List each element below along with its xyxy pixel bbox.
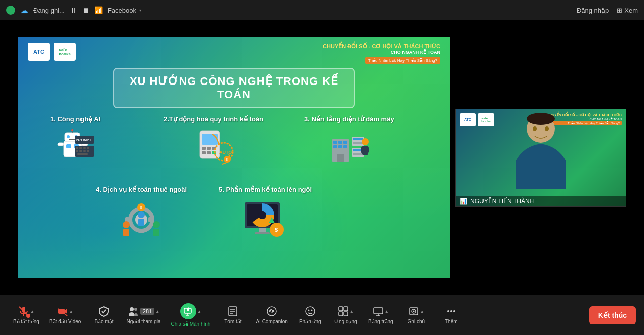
summary-icon <box>227 306 238 317</box>
signal-bars-icon: 📊 <box>460 198 467 205</box>
svg-point-114 <box>447 310 449 312</box>
slide-container: ATC safebooks CHUYỂN ĐỔI SỐ - CƠ HỘI VÀ … <box>18 37 450 278</box>
svg-rect-53 <box>366 147 369 153</box>
signal-icon: 📶 <box>94 6 103 14</box>
toolbar-whiteboard[interactable]: ▲ Bảng trắng <box>363 295 398 335</box>
slide-main-title-text: XU HƯỚNG CÔNG NGHỆ TRONG KẾ TOÁN <box>124 75 344 101</box>
chevron-down-icon: ▾ <box>139 8 141 13</box>
box1-title: 1. Công nghệ AI <box>50 115 100 124</box>
svg-rect-2 <box>66 144 71 148</box>
svg-rect-38 <box>338 141 342 144</box>
apps-chevron-icon: ▲ <box>350 309 354 314</box>
svg-rect-20 <box>79 150 82 152</box>
svg-text:$: $ <box>140 205 142 210</box>
svg-rect-29 <box>202 151 206 154</box>
atc-logo: ATC <box>28 43 50 61</box>
participants-chevron-icon: ▲ <box>155 309 159 314</box>
svg-rect-49 <box>353 153 363 155</box>
svg-rect-105 <box>344 307 348 311</box>
content-box-5: 5. Phần mềm kế toán lên ngôi <box>219 185 312 242</box>
svg-point-0 <box>8 8 13 13</box>
box4-title: 4. Dịch vụ kế toán thuê ngoài <box>96 185 187 194</box>
view-button[interactable]: ⊞ Xem <box>617 7 638 14</box>
svg-rect-43 <box>337 154 344 162</box>
svg-rect-52 <box>361 147 363 153</box>
svg-point-89 <box>134 308 137 311</box>
svg-rect-23 <box>77 153 88 155</box>
svg-text:PROMPT: PROMPT <box>76 138 92 142</box>
slide-logos: ATC safebooks <box>28 43 76 61</box>
participant-count: 281 <box>140 308 154 315</box>
toolbar-mute[interactable]: ▲ Bỏ tắt tiếng <box>8 295 44 335</box>
svg-rect-15 <box>76 147 78 149</box>
main-area: ATC safebooks CHUYỂN ĐỔI SỐ - CƠ HỘI VÀ … <box>0 20 644 295</box>
auto-accounting-icon: AUTO $ <box>164 127 263 170</box>
facebook-button[interactable]: Facebook ▾ <box>108 7 141 14</box>
svg-rect-65 <box>153 229 159 236</box>
svg-point-88 <box>130 307 134 311</box>
svg-rect-30 <box>207 151 211 154</box>
record-icon <box>408 306 419 317</box>
svg-rect-22 <box>87 150 89 152</box>
toolbar-reaction[interactable]: Phản ứng <box>293 295 328 335</box>
stop-button[interactable]: ⏹ <box>82 6 89 14</box>
cloud-icon: ☁ <box>20 6 28 15</box>
share-screen-icon <box>180 303 196 319</box>
slide-header: CHUYỂN ĐỔI SỐ - CƠ HỘI VÀ THÁCH THỨC CHO… <box>323 43 440 64</box>
slide-header-badge: Thấu Nhân Lực Hay Thiếu Sẵn Sàng? <box>365 57 440 64</box>
video-control: ▲ <box>57 306 73 317</box>
apps-icon <box>338 306 349 317</box>
svg-rect-37 <box>333 141 337 144</box>
login-button[interactable]: Đăng nhập <box>577 7 609 14</box>
video-chevron-icon: ▲ <box>69 309 73 314</box>
svg-rect-63 <box>138 219 144 226</box>
svg-point-72 <box>258 211 266 219</box>
ai-robot-icon: PROMPT <box>50 127 100 167</box>
toolbar-ai-companion[interactable]: AI Companion <box>251 295 292 335</box>
share-control: ▲ <box>180 303 201 319</box>
svg-text:AUTO: AUTO <box>219 150 232 155</box>
svg-text:$: $ <box>275 227 278 233</box>
toolbar-more[interactable]: Thêm <box>434 295 469 335</box>
record-label: Ghi chú <box>408 319 425 324</box>
outsource-icon: $ <box>96 197 187 242</box>
whiteboard-label: Bảng trắng <box>368 319 393 324</box>
bottom-toolbar: ▲ Bỏ tắt tiếng ▲ Bắt đầu Video Bảo mật <box>0 295 644 335</box>
participants-icon <box>128 306 139 317</box>
apps-label: Ứng dụng <box>334 319 357 324</box>
mute-label: Bỏ tắt tiếng <box>13 319 39 324</box>
security-icon <box>98 306 109 317</box>
end-call-button[interactable]: Kết thúc <box>589 306 636 324</box>
mute-chevron-icon: ▲ <box>30 309 34 314</box>
toolbar-video[interactable]: ▲ Bắt đầu Video <box>44 295 87 335</box>
more-icon <box>446 306 457 317</box>
pause-button[interactable]: ⏸ <box>70 6 77 14</box>
toolbar-summary[interactable]: Tóm tắt <box>215 295 251 335</box>
toolbar-security[interactable]: Bảo mật <box>86 295 121 335</box>
svg-rect-18 <box>87 147 89 149</box>
svg-point-103 <box>311 310 312 311</box>
ai-companion-icon <box>266 306 277 317</box>
apps-control: ▲ <box>338 306 354 317</box>
toolbar-share[interactable]: ▲ Chia sẻ Màn hình <box>166 295 216 335</box>
svg-rect-27 <box>207 147 211 150</box>
video-icon <box>57 306 68 317</box>
webcam-sfb-logo: safebooks <box>478 113 494 126</box>
toolbar-record[interactable]: ▲ Ghi chú <box>398 295 434 335</box>
svg-point-60 <box>123 221 130 228</box>
whiteboard-chevron-icon: ▲ <box>385 309 389 314</box>
security-label: Bảo mật <box>94 319 113 324</box>
slide-header-subtitle: CHO NGÀNH KẾ TOÁN <box>323 50 440 55</box>
toolbar-apps[interactable]: ▲ Ứng dụng <box>328 295 363 335</box>
svg-rect-42 <box>343 145 347 148</box>
summary-label: Tóm tắt <box>224 319 242 324</box>
svg-rect-61 <box>123 229 129 236</box>
svg-point-81 <box>545 126 549 131</box>
svg-point-62 <box>138 211 145 218</box>
top-bar-left: ☁ Đang ghi... ⏸ ⏹ 📶 Facebook ▾ <box>6 6 571 15</box>
toolbar-participants[interactable]: 281 ▲ Người tham gia <box>121 295 166 335</box>
facebook-label: Facebook <box>108 7 136 14</box>
participants-control: 281 ▲ <box>128 306 159 317</box>
record-chevron-icon: ▲ <box>420 309 424 314</box>
svg-marker-87 <box>65 309 67 314</box>
